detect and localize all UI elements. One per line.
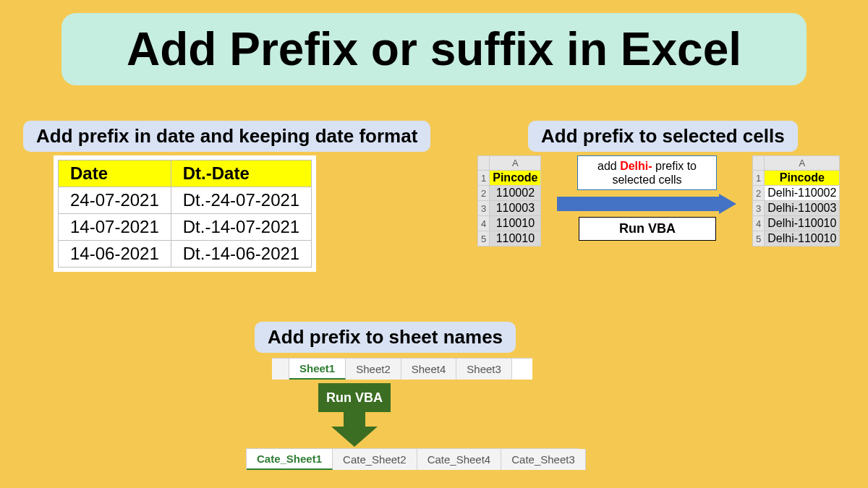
pincode-cell: Delhi-110010 — [765, 216, 840, 231]
sheet-tab: Cate_Sheet4 — [417, 449, 502, 470]
tab-filler — [272, 359, 289, 380]
prefix-note-highlight: Delhi- — [620, 160, 652, 172]
prefixed-cell: Dt.-24-07-2021 — [171, 187, 311, 214]
col-header-a: A — [765, 156, 840, 171]
row-header: 5 — [478, 231, 490, 247]
date-cell: 14-07-2021 — [59, 214, 171, 241]
prefix-note: add Delhi- prefix to selected cells — [577, 155, 717, 190]
row-header: 1 — [753, 171, 765, 186]
sheet-tab: Sheet3 — [456, 359, 512, 380]
pincode-header: Pincode — [490, 171, 541, 186]
table-row: 14-07-2021 Dt.-14-07-2021 — [59, 214, 312, 241]
date-cell: 24-07-2021 — [59, 187, 171, 214]
date-col-header: Date — [59, 160, 171, 187]
prefixed-col-header: Dt.-Date — [171, 160, 311, 187]
row-header: 4 — [753, 216, 765, 231]
pincode-cell: 110003 — [490, 201, 541, 216]
main-title: Add Prefix or suffix in Excel — [61, 13, 807, 85]
section2-label: Add prefix to selected cells — [528, 121, 798, 152]
green-arrow-icon: Run VBA — [318, 383, 391, 445]
row-header: 5 — [753, 231, 765, 247]
run-vba-button: Run VBA — [579, 217, 716, 241]
row-header: 2 — [478, 186, 490, 201]
sheet-tab: Cate_Sheet3 — [501, 449, 586, 470]
pincode-cell: 110002 — [490, 186, 541, 201]
pincode-cell: Delhi-110003 — [765, 201, 840, 216]
pincode-cell: 110010 — [490, 216, 541, 231]
pincode-sheet-after: A 1Pincode 2Delhi-110002 3Delhi-110003 4… — [752, 155, 840, 247]
sheet-tab: Sheet1 — [289, 359, 346, 380]
row-header: 2 — [753, 186, 765, 201]
row-header: 4 — [478, 216, 490, 231]
prefixed-cell: Dt.-14-06-2021 — [171, 241, 311, 267]
prefix-note-pre: add — [597, 160, 620, 172]
sheet-tab: Cate_Sheet1 — [247, 449, 333, 470]
prefixed-cell: Dt.-14-07-2021 — [171, 214, 311, 241]
run-vba-label: Run VBA — [318, 383, 391, 412]
table-row: 14-06-2021 Dt.-14-06-2021 — [59, 241, 312, 267]
sheet-corner — [753, 156, 765, 171]
date-table-container: Date Dt.-Date 24-07-2021 Dt.-24-07-2021 … — [54, 155, 316, 272]
section1-label: Add prefix in date and keeping date form… — [23, 121, 430, 152]
row-header: 1 — [478, 171, 490, 186]
row-header: 3 — [753, 201, 765, 216]
row-header: 3 — [478, 201, 490, 216]
col-header-a: A — [490, 156, 541, 171]
table-row: 24-07-2021 Dt.-24-07-2021 — [59, 187, 312, 214]
sheet-tab: Sheet2 — [346, 359, 401, 380]
date-table: Date Dt.-Date 24-07-2021 Dt.-24-07-2021 … — [58, 160, 312, 267]
blue-arrow-icon — [557, 194, 736, 213]
sheet-tabs-before: Sheet1 Sheet2 Sheet4 Sheet3 — [272, 358, 532, 380]
pincode-cell: Delhi-110010 — [765, 231, 840, 247]
section3-label: Add prefix to sheet names — [255, 322, 516, 353]
pincode-cell: 110010 — [490, 231, 541, 247]
date-cell: 14-06-2021 — [59, 241, 171, 267]
sheet-tab: Cate_Sheet2 — [333, 449, 417, 470]
pincode-header: Pincode — [765, 171, 840, 186]
sheet-corner — [478, 156, 490, 171]
sheet-tabs-after: Cate_Sheet1 Cate_Sheet2 Cate_Sheet4 Cate… — [246, 448, 579, 470]
sheet-tab: Sheet4 — [401, 359, 457, 380]
pincode-sheet-before: A 1Pincode 2110002 3110003 4110010 51100… — [477, 155, 541, 247]
pincode-cell: Delhi-110002 — [765, 186, 840, 201]
